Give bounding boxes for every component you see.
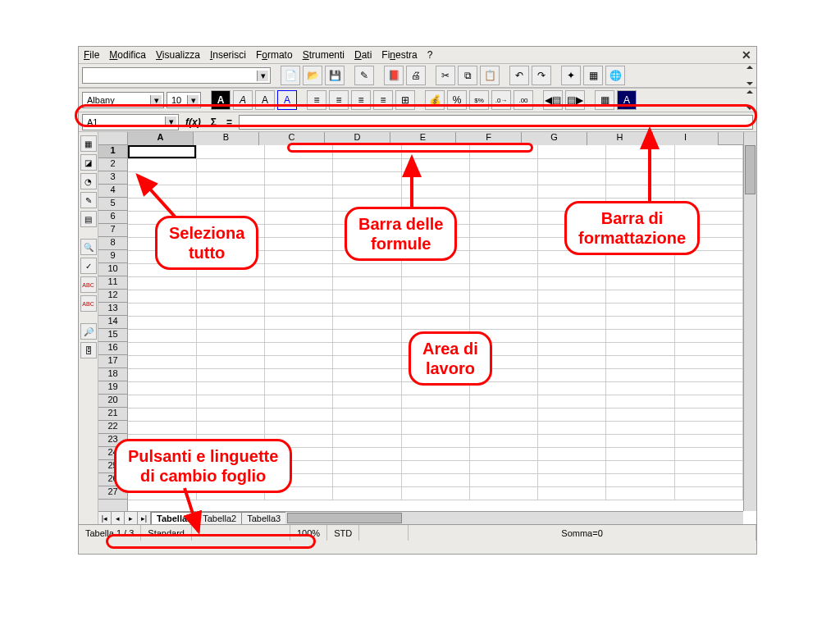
draw-button[interactable]: ✎ (80, 192, 97, 208)
navigator-button[interactable]: ✦ (561, 66, 581, 85)
cell[interactable] (333, 329, 401, 342)
borders-button[interactable]: ▦ (595, 90, 614, 110)
cell[interactable] (606, 303, 674, 316)
cell[interactable] (333, 381, 401, 395)
cell[interactable] (196, 290, 264, 303)
menu-finestra[interactable]: Finestra (381, 49, 417, 61)
cell[interactable] (606, 237, 674, 250)
row-header[interactable]: 23 (98, 434, 127, 447)
row-header[interactable]: 26 (98, 473, 127, 486)
sheet-tab-3[interactable]: Tabella3 (241, 512, 286, 524)
column-header[interactable]: A (128, 132, 194, 145)
equals-button[interactable]: = (223, 116, 235, 128)
save-button[interactable]: 💾 (325, 66, 345, 85)
sheet-first-button[interactable]: |◂ (98, 512, 112, 524)
cell[interactable] (674, 447, 742, 460)
cell[interactable] (674, 211, 742, 224)
cell[interactable] (128, 158, 196, 171)
cell[interactable] (469, 381, 537, 395)
cell[interactable] (401, 237, 469, 250)
sheet-tab-2[interactable]: Tabella2 (197, 512, 242, 524)
autocorrect-button[interactable]: ABC (80, 295, 97, 312)
cell[interactable] (401, 263, 469, 276)
cell[interactable] (333, 368, 401, 381)
toolbar-overflow-icon[interactable] (746, 90, 753, 110)
number-format-button[interactable]: $% (469, 90, 489, 110)
underline-button[interactable]: A (255, 90, 275, 110)
cell[interactable] (674, 303, 742, 316)
cell[interactable] (333, 171, 401, 185)
cell[interactable] (401, 158, 469, 171)
cell[interactable] (265, 145, 333, 158)
cell[interactable] (538, 211, 606, 224)
cell[interactable] (128, 185, 196, 198)
cell[interactable] (265, 381, 333, 395)
cell[interactable] (606, 395, 674, 408)
cell[interactable] (469, 158, 537, 171)
cell[interactable] (674, 250, 742, 263)
horizontal-scrollbar[interactable] (285, 512, 743, 524)
cell[interactable] (128, 224, 196, 237)
cell[interactable] (196, 316, 264, 329)
cell[interactable] (538, 329, 606, 342)
dropdown-arrow-icon[interactable]: ▾ (187, 95, 199, 106)
dropdown-arrow-icon[interactable]: ▾ (257, 71, 268, 81)
cell[interactable] (196, 158, 264, 171)
column-header[interactable]: D (325, 132, 390, 145)
gallery-button[interactable]: ▦ (583, 66, 603, 85)
cell[interactable] (128, 290, 196, 303)
cell[interactable] (333, 211, 401, 224)
cell[interactable] (606, 276, 674, 290)
italic-button[interactable]: A (233, 90, 253, 110)
column-header[interactable]: B (194, 132, 259, 145)
cell[interactable] (469, 395, 537, 408)
cell[interactable] (674, 276, 742, 290)
cell[interactable] (128, 263, 196, 276)
cell[interactable] (538, 198, 606, 211)
cell[interactable] (196, 329, 264, 342)
cell[interactable] (128, 434, 196, 447)
cell[interactable] (401, 198, 469, 211)
bold-button[interactable]: A (211, 90, 231, 110)
spellcheck-button[interactable]: ✓ (80, 258, 97, 274)
cells-area[interactable] (128, 145, 743, 511)
cell[interactable] (333, 250, 401, 263)
cell[interactable] (401, 447, 469, 460)
cell[interactable] (196, 263, 264, 276)
cell[interactable] (469, 185, 537, 198)
cell[interactable] (674, 473, 742, 486)
cell[interactable] (674, 381, 742, 395)
cell[interactable] (674, 329, 742, 342)
cell[interactable] (265, 290, 333, 303)
cell[interactable] (469, 486, 537, 500)
cell[interactable] (538, 486, 606, 500)
cell[interactable] (606, 250, 674, 263)
cell[interactable] (538, 342, 606, 355)
cell[interactable] (333, 355, 401, 368)
cell[interactable] (538, 355, 606, 368)
row-header[interactable]: 5 (98, 198, 127, 211)
cell[interactable] (196, 473, 264, 486)
cell[interactable] (196, 250, 264, 263)
cell[interactable] (469, 447, 537, 460)
cell[interactable] (196, 434, 264, 447)
insert-obj-button[interactable]: ◪ (80, 154, 97, 171)
row-header[interactable]: 10 (98, 263, 127, 276)
dropdown-arrow-icon[interactable]: ▾ (165, 116, 176, 127)
cell[interactable] (196, 395, 264, 408)
cell[interactable] (196, 460, 264, 473)
cell[interactable] (606, 171, 674, 185)
print-button[interactable]: 🖨 (406, 66, 426, 85)
cell[interactable] (333, 198, 401, 211)
cell[interactable] (128, 171, 196, 185)
row-header[interactable]: 25 (98, 460, 127, 473)
cell[interactable] (196, 224, 264, 237)
cell[interactable] (674, 158, 742, 171)
cell[interactable] (265, 263, 333, 276)
cell[interactable] (469, 276, 537, 290)
cell[interactable] (196, 211, 264, 224)
cell[interactable] (265, 447, 333, 460)
sheet-next-button[interactable]: ▸ (125, 512, 138, 524)
cell[interactable] (674, 263, 742, 276)
cell[interactable] (469, 198, 537, 211)
